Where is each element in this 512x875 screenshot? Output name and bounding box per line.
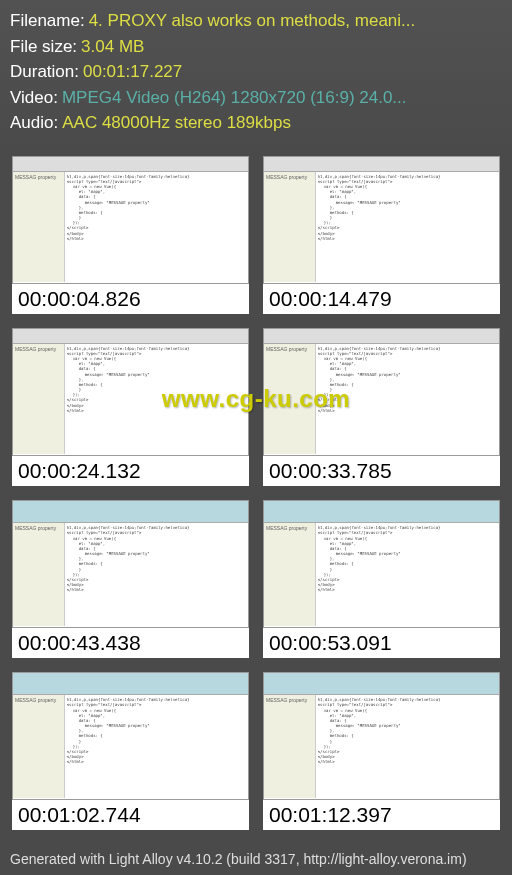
generator-footer: Generated with Light Alloy v4.10.2 (buil…: [0, 843, 512, 875]
thumbnail-preview[interactable]: MESSAG propertyh1,div,p,span{font-size:1…: [12, 500, 249, 628]
thumbnail-timestamp: 00:00:24.132: [12, 456, 249, 486]
duration-row: Duration: 00:01:17.227: [10, 59, 502, 85]
thumbnail-timestamp: 00:01:12.397: [263, 800, 500, 830]
thumbnail-preview[interactable]: MESSAG propertyh1,div,p,span{font-size:1…: [12, 328, 249, 456]
duration-label: Duration:: [10, 59, 79, 85]
thumbnail-timestamp: 00:00:04.826: [12, 284, 249, 314]
filename-value: 4. PROXY also works on methods, meani...: [89, 8, 416, 34]
audio-label: Audio:: [10, 110, 58, 136]
thumbnail-timestamp: 00:00:33.785: [263, 456, 500, 486]
thumbnail-timestamp: 00:00:53.091: [263, 628, 500, 658]
thumbnail-preview[interactable]: MESSAG propertyh1,div,p,span{font-size:1…: [12, 672, 249, 800]
thumbnail-item[interactable]: MESSAG propertyh1,div,p,span{font-size:1…: [263, 328, 500, 486]
thumbnail-timestamp: 00:00:14.479: [263, 284, 500, 314]
thumbnail-grid: MESSAG propertyh1,div,p,span{font-size:1…: [0, 152, 512, 834]
thumbnail-preview[interactable]: MESSAG propertyh1,div,p,span{font-size:1…: [263, 500, 500, 628]
thumbnail-preview[interactable]: MESSAG propertyh1,div,p,span{font-size:1…: [263, 156, 500, 284]
thumbnail-item[interactable]: MESSAG propertyh1,div,p,span{font-size:1…: [12, 500, 249, 658]
filesize-label: File size:: [10, 34, 77, 60]
filesize-value: 3.04 MB: [81, 34, 144, 60]
video-value: MPEG4 Video (H264) 1280x720 (16:9) 24.0.…: [62, 85, 407, 111]
audio-row: Audio: AAC 48000Hz stereo 189kbps: [10, 110, 502, 136]
thumbnail-item[interactable]: MESSAG propertyh1,div,p,span{font-size:1…: [12, 156, 249, 314]
thumbnail-timestamp: 00:01:02.744: [12, 800, 249, 830]
filesize-row: File size: 3.04 MB: [10, 34, 502, 60]
duration-value: 00:01:17.227: [83, 59, 182, 85]
thumbnail-preview[interactable]: MESSAG propertyh1,div,p,span{font-size:1…: [263, 328, 500, 456]
thumbnail-timestamp: 00:00:43.438: [12, 628, 249, 658]
thumbnail-preview[interactable]: MESSAG propertyh1,div,p,span{font-size:1…: [263, 672, 500, 800]
thumbnail-item[interactable]: MESSAG propertyh1,div,p,span{font-size:1…: [12, 328, 249, 486]
filename-row: Filename: 4. PROXY also works on methods…: [10, 8, 502, 34]
filename-label: Filename:: [10, 8, 85, 34]
video-label: Video:: [10, 85, 58, 111]
thumbnail-item[interactable]: MESSAG propertyh1,div,p,span{font-size:1…: [12, 672, 249, 830]
thumbnail-item[interactable]: MESSAG propertyh1,div,p,span{font-size:1…: [263, 156, 500, 314]
thumbnail-item[interactable]: MESSAG propertyh1,div,p,span{font-size:1…: [263, 672, 500, 830]
file-info-header: Filename: 4. PROXY also works on methods…: [0, 0, 512, 152]
video-row: Video: MPEG4 Video (H264) 1280x720 (16:9…: [10, 85, 502, 111]
thumbnail-preview[interactable]: MESSAG propertyh1,div,p,span{font-size:1…: [12, 156, 249, 284]
thumbnail-item[interactable]: MESSAG propertyh1,div,p,span{font-size:1…: [263, 500, 500, 658]
audio-value: AAC 48000Hz stereo 189kbps: [62, 110, 291, 136]
